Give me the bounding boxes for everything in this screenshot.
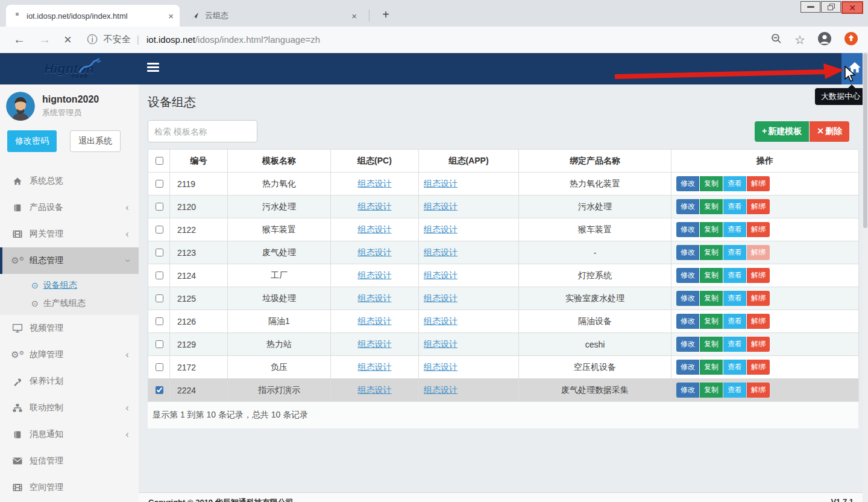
sidebar-item-9[interactable]: 短信管理 [0, 448, 139, 474]
change-password-button[interactable]: 修改密码 [7, 130, 57, 152]
app-config-link[interactable]: 组态设计 [424, 179, 458, 188]
restore-button[interactable] [821, 1, 841, 13]
copy-button[interactable]: 复制 [700, 383, 723, 398]
copy-button[interactable]: 复制 [700, 176, 723, 191]
row-checkbox[interactable] [156, 294, 163, 302]
new-tab-button[interactable]: + [377, 6, 394, 23]
tab-close-icon[interactable]: × [168, 11, 174, 21]
pc-config-link[interactable]: 组态设计 [358, 293, 392, 303]
row-checkbox[interactable] [156, 249, 163, 256]
app-config-link[interactable]: 组态设计 [424, 385, 458, 395]
minimize-button[interactable] [800, 1, 820, 13]
sidebar-item-3[interactable]: ⚙⚙组态管理‹ [0, 247, 139, 274]
copy-button[interactable]: 复制 [700, 245, 723, 260]
url-host[interactable]: iot.idosp.net [146, 34, 195, 45]
row-checkbox[interactable] [156, 272, 163, 279]
copy-button[interactable]: 复制 [700, 314, 723, 329]
info-icon[interactable]: ⓘ [87, 33, 98, 46]
sidebar-item-1[interactable]: 产品设备‹ [0, 194, 139, 221]
view-button[interactable]: 查看 [723, 268, 746, 283]
modify-button[interactable]: 修改 [676, 383, 699, 398]
row-checkbox[interactable] [156, 317, 163, 325]
unbind-button[interactable]: 解绑 [747, 337, 770, 352]
sidebar-item-8[interactable]: 消息通知‹ [0, 421, 139, 448]
modify-button[interactable]: 修改 [676, 314, 699, 329]
app-config-link[interactable]: 组态设计 [424, 362, 458, 372]
sidebar-item-5[interactable]: ⚙⚙故障管理‹ [0, 342, 139, 368]
pc-config-link[interactable]: 组态设计 [358, 362, 392, 372]
app-config-link[interactable]: 组态设计 [424, 224, 458, 234]
unbind-button[interactable]: 解绑 [747, 383, 770, 398]
sidebar-item-4[interactable]: 视频管理 [0, 315, 139, 342]
unbind-button[interactable]: 解绑 [747, 268, 770, 283]
row-checkbox[interactable] [156, 180, 163, 188]
pc-config-link[interactable]: 组态设计 [358, 224, 392, 234]
modify-button[interactable]: 修改 [676, 268, 699, 283]
copy-button[interactable]: 复制 [700, 360, 723, 375]
close-button[interactable]: ✕ [841, 1, 863, 14]
submenu-item-1[interactable]: ⊙生产线组态 [0, 294, 139, 313]
row-checkbox[interactable] [156, 203, 163, 211]
browser-update-icon[interactable] [844, 31, 858, 48]
copy-button[interactable]: 复制 [700, 268, 723, 283]
unbind-button[interactable]: 解绑 [747, 360, 770, 375]
unbind-button[interactable]: 解绑 [747, 199, 770, 214]
view-button[interactable]: 查看 [723, 222, 746, 237]
unbind-button[interactable]: 解绑 [747, 291, 770, 306]
url-path[interactable]: /idosp/index.html?language=zh [195, 34, 320, 45]
view-button[interactable]: 查看 [723, 383, 746, 398]
select-all-checkbox[interactable] [156, 157, 163, 165]
unbind-button[interactable]: 解绑 [747, 222, 770, 237]
app-config-link[interactable]: 组态设计 [424, 202, 458, 211]
pc-config-link[interactable]: 组态设计 [358, 202, 392, 211]
security-label[interactable]: 不安全 [104, 34, 131, 45]
sidebar-item-2[interactable]: 网关管理‹ [0, 221, 139, 247]
tab-cloud-config[interactable]: 云组态 × [184, 5, 363, 27]
scrollbar[interactable] [863, 53, 868, 502]
pc-config-link[interactable]: 组态设计 [358, 179, 392, 188]
modify-button[interactable]: 修改 [676, 176, 699, 191]
row-checkbox[interactable] [156, 226, 163, 234]
pc-config-link[interactable]: 组态设计 [358, 247, 392, 257]
app-config-link[interactable]: 组态设计 [424, 270, 458, 280]
row-checkbox[interactable] [156, 340, 163, 348]
modify-button[interactable]: 修改 [676, 337, 699, 352]
app-config-link[interactable]: 组态设计 [424, 247, 458, 257]
pc-config-link[interactable]: 组态设计 [358, 339, 392, 349]
zoom-out-icon[interactable] [770, 33, 782, 47]
view-button[interactable]: 查看 [723, 291, 746, 306]
tab-close-icon[interactable]: × [351, 11, 357, 21]
tab-active[interactable]: iot.idosp.net/idosp/index.html × [6, 5, 180, 27]
new-template-button[interactable]: +新建模板 [755, 121, 809, 142]
copy-button[interactable]: 复制 [700, 291, 723, 306]
app-config-link[interactable]: 组态设计 [424, 293, 458, 303]
profile-avatar-icon[interactable] [817, 31, 832, 48]
copy-button[interactable]: 复制 [700, 222, 723, 237]
row-checkbox[interactable] [156, 386, 163, 394]
view-button[interactable]: 查看 [723, 360, 746, 375]
app-config-link[interactable]: 组态设计 [424, 339, 458, 349]
user-avatar[interactable] [6, 92, 35, 121]
search-input[interactable] [148, 120, 257, 142]
view-button[interactable]: 查看 [723, 314, 746, 329]
sidebar-item-6[interactable]: 保养计划 [0, 368, 139, 395]
modify-button[interactable]: 修改 [676, 199, 699, 214]
modify-button[interactable]: 修改 [676, 245, 699, 260]
stop-icon[interactable]: × [64, 32, 72, 48]
view-button[interactable]: 查看 [723, 245, 746, 260]
copy-button[interactable]: 复制 [700, 337, 723, 352]
sidebar-item-7[interactable]: 联动控制‹ [0, 395, 139, 421]
view-button[interactable]: 查看 [723, 337, 746, 352]
modify-button[interactable]: 修改 [676, 360, 699, 375]
modify-button[interactable]: 修改 [676, 291, 699, 306]
pc-config-link[interactable]: 组态设计 [358, 316, 392, 326]
app-config-link[interactable]: 组态设计 [424, 316, 458, 326]
hamburger-menu-icon[interactable] [147, 63, 159, 74]
view-button[interactable]: 查看 [723, 176, 746, 191]
pc-config-link[interactable]: 组态设计 [358, 270, 392, 280]
scrollbar-thumb[interactable] [863, 53, 867, 228]
row-checkbox[interactable] [156, 363, 163, 371]
back-icon[interactable]: ← [13, 33, 25, 46]
sidebar-item-10[interactable]: 空间管理 [0, 474, 139, 501]
submenu-item-0[interactable]: ⊙设备组态 [0, 276, 139, 294]
